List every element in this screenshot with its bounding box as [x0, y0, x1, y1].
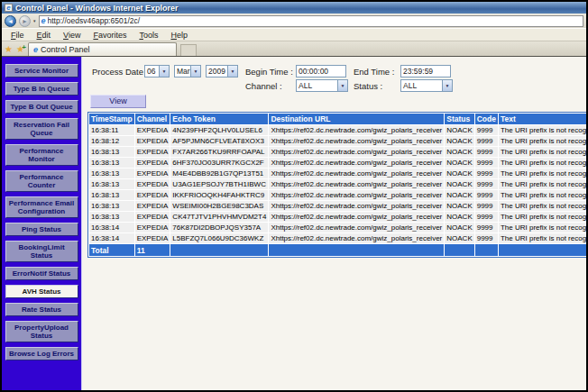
sidebar-item-type-b-out-queue[interactable]: Type B Out Queue: [5, 100, 78, 114]
avh-table-body: 16:38:11EXPEDIA4N239FHF2QLHV0LUSEL6Xhttp…: [89, 125, 586, 243]
favorites-icon[interactable]: ★: [5, 43, 13, 56]
table-cell: 16:38:13: [89, 212, 134, 222]
menu-item-view[interactable]: View: [57, 31, 87, 40]
table-cell: 9999: [475, 147, 498, 157]
add-favorite-icon[interactable]: ★ +: [16, 43, 24, 56]
table-cell: 16:38:14: [89, 233, 134, 243]
tab-control-panel[interactable]: e Control Panel: [28, 42, 177, 56]
table-row: 16:38:13EXPEDIAM4E4DBB92B1G7QP13T51Xhttp…: [89, 169, 586, 178]
sidebar-item-type-b-in-queue[interactable]: Type B In Queue: [5, 82, 78, 96]
menu-item-favorites[interactable]: Favorites: [87, 31, 133, 40]
sidebar-item-performance-monitor[interactable]: Performance Monitor: [5, 144, 78, 166]
new-tab-stub[interactable]: [180, 44, 197, 56]
sidebar-item-errornotif-status[interactable]: ErrorNotif Status: [5, 267, 78, 280]
forward-button[interactable]: ►: [19, 15, 31, 27]
table-row: 16:38:11EXPEDIA4N239FHF2QLHV0LUSEL6Xhttp…: [89, 125, 586, 135]
column-header: Echo Token: [170, 114, 268, 124]
table-cell: Xhttps://ref02.dc.newtrade.com/gwiz_pola…: [269, 147, 444, 157]
table-cell: WSEIMI00H2BGE98C3DAS: [170, 201, 268, 211]
table-row: 16:38:13EXPEDIAIKKFRIOOQKH4FAHKTRC9Xhttp…: [89, 190, 586, 200]
table-cell: 9999: [475, 179, 498, 189]
table-cell: [499, 244, 586, 256]
avh-status-table: TimeStampChannelEcho TokenDestination UR…: [87, 112, 586, 258]
year-select[interactable]: 2009 ▼: [206, 65, 238, 77]
table-cell: 9999: [475, 190, 498, 200]
table-cell: [445, 244, 473, 256]
history-dropdown-icon[interactable]: ▾: [33, 18, 36, 23]
day-select[interactable]: 06 ▼: [144, 65, 170, 77]
table-cell: 16:38:13: [89, 190, 134, 200]
channel-label: Channel :: [245, 81, 282, 91]
sidebar-item-ping-status[interactable]: Ping Status: [5, 223, 78, 236]
sidebar-item-performance-counter[interactable]: Performance Counter: [5, 170, 78, 192]
sidebar-item-rate-status[interactable]: Rate Status: [5, 303, 78, 316]
table-cell: 16:38:11: [89, 125, 134, 135]
table-cell: IKKFRIOOQKH4FAHKTRC9: [170, 190, 268, 200]
menu-item-tools[interactable]: Tools: [133, 31, 164, 40]
sidebar-item-bookinglimit-status[interactable]: BookingLimit Status: [5, 241, 78, 262]
view-button[interactable]: View: [90, 95, 146, 108]
table-cell: EXPEDIA: [135, 169, 170, 178]
table-row: 16:38:14EXPEDIAL5BFZQ7L066U9DC36WKZXhttp…: [89, 233, 586, 243]
table-row: 16:38:13EXPEDIACK47TJTV1PHVHMVDM2T4Xhttp…: [89, 212, 586, 222]
address-input[interactable]: [48, 16, 581, 26]
table-cell: [269, 244, 444, 256]
sidebar-item-browse-log-errors[interactable]: Browse Log Errors: [5, 347, 78, 360]
table-cell: 9999: [475, 201, 498, 211]
table-cell: Xhttps://ref02.dc.newtrade.com/gwiz_pola…: [269, 223, 444, 232]
table-cell: EXPEDIA: [135, 201, 170, 211]
sidebar-item-performance-email-configuration[interactable]: Performance Email Configuration: [5, 196, 78, 218]
process-date-label: Process Date :: [92, 67, 148, 77]
avh-status-table-wrap: TimeStampChannelEcho TokenDestination UR…: [87, 112, 586, 258]
table-cell: 16:38:12: [89, 136, 134, 146]
table-cell: U3AG1EPSOJY7BTH1IBWC: [170, 179, 268, 189]
chevron-down-icon: ▼: [159, 66, 169, 77]
chevron-down-icon: ▼: [442, 80, 452, 91]
table-cell: EXPEDIA: [135, 223, 170, 232]
sidebar-item-reservation-fail-queue[interactable]: Reservation Fail Queue: [5, 118, 78, 140]
table-cell: The URI prefix is not recognized.: [499, 233, 586, 243]
table-cell: The URI prefix is not recognized.: [499, 169, 586, 178]
table-cell: Xhttps://ref02.dc.newtrade.com/gwiz_pola…: [269, 201, 444, 211]
table-cell: 76K87DI2DBOPJQSY357A: [170, 223, 268, 232]
table-cell: 4N239FHF2QLHV0LUSEL6: [170, 125, 268, 135]
channel-select[interactable]: ALL ▼: [296, 79, 348, 92]
begin-time-input[interactable]: [296, 65, 346, 77]
month-select[interactable]: Mar ▼: [174, 65, 201, 77]
table-cell: NOACK: [445, 158, 473, 168]
address-field-wrap: e: [39, 15, 583, 27]
table-cell: NOACK: [445, 125, 473, 135]
table-cell: 16:38:13: [89, 158, 134, 168]
menu-bar: FileEditViewFavoritesToolsHelp: [2, 29, 586, 41]
table-cell: NOACK: [445, 201, 473, 211]
table-cell: [475, 244, 498, 256]
table-cell: NOACK: [445, 223, 473, 232]
status-value: ALL: [401, 81, 442, 90]
table-cell: EXPEDIA: [135, 190, 170, 200]
status-label: Status :: [354, 81, 382, 91]
column-header: Status: [445, 114, 473, 124]
day-value: 06: [145, 67, 159, 76]
end-time-input[interactable]: [400, 65, 451, 77]
table-row: 16:38:13EXPEDIAWSEIMI00H2BGE98C3DASXhttp…: [89, 201, 586, 211]
menu-item-edit[interactable]: Edit: [31, 31, 58, 40]
sidebar: Service MonitorType B In QueueType B Out…: [2, 57, 82, 390]
sidebar-item-service-monitor[interactable]: Service Monitor: [5, 64, 78, 77]
column-header: Channel: [135, 114, 170, 124]
tab-icon: e: [33, 46, 38, 54]
table-cell: EXPEDIA: [135, 233, 170, 243]
table-cell: L5BFZQ7L066U9DC36WKZ: [170, 233, 268, 243]
table-cell: NOACK: [445, 190, 473, 200]
table-cell: The URI prefix is not recognized.: [499, 190, 586, 200]
menu-item-file[interactable]: File: [5, 31, 31, 40]
sidebar-item-avh-status[interactable]: AVH Status: [5, 285, 78, 298]
table-cell: NOACK: [445, 136, 473, 146]
status-select[interactable]: ALL ▼: [400, 79, 453, 92]
sidebar-item-propertyupload-status[interactable]: PropertyUpload Status: [5, 321, 78, 342]
back-button[interactable]: ◄: [5, 15, 16, 27]
menu-item-help[interactable]: Help: [164, 31, 194, 40]
title-bar: e Control Panel - Windows Internet Explo…: [2, 2, 586, 14]
table-cell: 9999: [475, 158, 498, 168]
table-total-row: Total 11: [89, 244, 586, 256]
table-cell: EXPEDIA: [135, 179, 170, 189]
